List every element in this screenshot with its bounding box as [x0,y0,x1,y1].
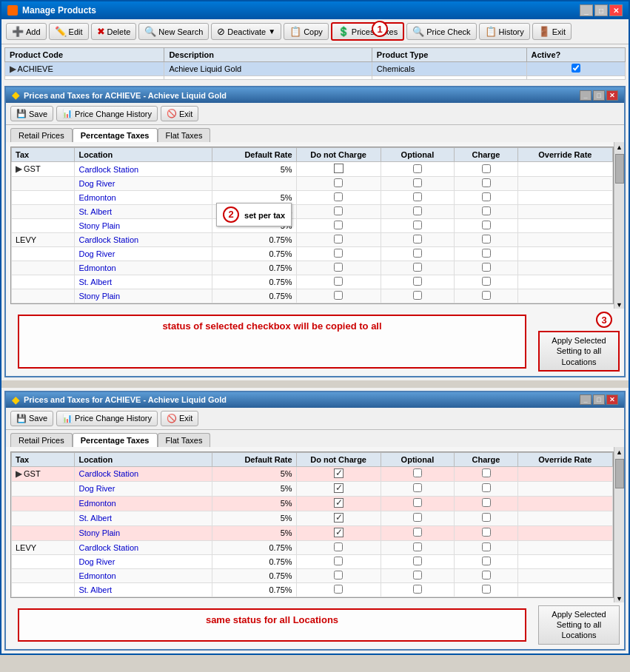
scroll-down-arrow-2[interactable]: ▼ [616,595,623,602]
optional-checkbox-2[interactable] [413,542,422,551]
table-row[interactable] [5,76,626,80]
optional-checkbox[interactable] [413,192,422,201]
optional-checkbox[interactable] [413,235,422,243]
optional-checkbox-2[interactable] [413,585,422,594]
optional-checkbox-2[interactable] [413,513,422,522]
optional-checkbox[interactable] [413,249,422,258]
charge-checkbox[interactable] [482,192,491,201]
scrollbar-track-2[interactable]: ▲ ▼ [614,447,624,602]
do-not-charge-checkbox-2[interactable] [334,585,343,594]
do-not-charge-checkbox[interactable] [334,206,343,215]
scroll-down-arrow[interactable]: ▼ [616,301,623,309]
tab-percentage-taxes-1[interactable]: Percentage Taxes [73,128,158,142]
charge-checkbox-2[interactable] [482,571,491,579]
tab-retail-prices-1[interactable]: Retail Prices [10,128,73,142]
delete-button[interactable]: ✖ Delete [91,23,137,40]
charge-checkbox-2[interactable] [482,468,491,477]
scrollbar-track-1[interactable]: ▲ ▼ [614,142,624,309]
do-not-charge-checked-2[interactable] [334,468,344,478]
exit-sub-button-1[interactable]: 🚫 Exit [161,106,198,121]
sub-close-button[interactable]: ✕ [606,90,618,101]
price-change-history-button-1[interactable]: 📊 Price Change History [56,106,158,121]
charge-checkbox[interactable] [482,221,491,229]
optional-checkbox[interactable] [413,206,422,215]
charge-checkbox-2[interactable] [482,483,491,492]
optional-checkbox[interactable] [413,221,422,229]
exit-button[interactable]: 🚪 Exit [532,23,572,40]
do-not-charge-checkbox-2[interactable] [334,571,343,579]
price-check-button[interactable]: 🔍 Price Check [406,23,476,40]
do-not-charge-checked-2[interactable] [334,513,344,523]
do-not-charge-checkbox[interactable] [334,178,343,187]
do-not-charge-checkbox[interactable] [334,192,343,201]
optional-checkbox[interactable] [413,277,422,286]
optional-checkbox-2[interactable] [413,557,422,565]
charge-checkbox-2[interactable] [482,542,491,551]
maximize-button[interactable]: □ [594,4,608,16]
optional-checkbox-2[interactable] [413,468,422,477]
do-not-charge-checkbox[interactable] [334,235,343,243]
optional-checkbox-2[interactable] [413,498,422,507]
do-not-charge-checkbox-2[interactable] [334,542,343,551]
optional-checkbox[interactable] [413,291,422,300]
optional-checkbox-2[interactable] [413,571,422,579]
charge-checkbox-2[interactable] [482,557,491,565]
deactivate-button[interactable]: ⊘ Deactivate ▼ [211,23,281,40]
scroll-thumb[interactable] [615,154,624,184]
charge-checkbox[interactable] [482,206,491,215]
copy-button[interactable]: 📋 Copy [284,23,329,40]
optional-checkbox[interactable] [413,164,422,173]
apply-button-1[interactable]: Apply Selected Setting to all Locations [538,331,620,372]
table-row[interactable]: ▶ ACHIEVE Achieve Liquid Gold Chemicals [5,62,626,76]
tab-percentage-taxes-2[interactable]: Percentage Taxes [73,433,158,447]
charge-checkbox[interactable] [482,291,491,300]
exit-sub-button-2[interactable]: 🚫 Exit [161,411,198,426]
charge-checkbox[interactable] [482,249,491,258]
sub-minimize-button[interactable]: _ [580,90,592,101]
charge-checkbox-2[interactable] [482,585,491,594]
new-search-button[interactable]: 🔍 New Search [138,23,209,40]
scroll-up-arrow-2[interactable]: ▲ [616,448,623,456]
add-button[interactable]: ➕ Add [6,23,47,40]
do-not-charge-checkbox[interactable] [334,221,343,229]
sub2-maximize-button[interactable]: □ [593,394,605,405]
charge-checkbox-2[interactable] [482,528,491,537]
tab-flat-taxes-1[interactable]: Flat Taxes [158,128,211,142]
do-not-charge-checked-2[interactable] [334,498,344,508]
do-not-charge-checkbox[interactable] [334,164,344,173]
close-button[interactable]: ✕ [609,4,623,16]
sub2-minimize-button[interactable]: _ [580,394,592,405]
charge-checkbox[interactable] [482,235,491,243]
save-button-1[interactable]: 💾 Save [10,106,53,121]
optional-checkbox[interactable] [413,263,422,272]
do-not-charge-checked-2[interactable] [334,528,344,537]
history-button[interactable]: 📋 History [479,23,530,40]
optional-checkbox-2[interactable] [413,483,422,492]
do-not-charge-checkbox[interactable] [334,277,343,286]
scroll-up-arrow[interactable]: ▲ [616,144,623,151]
optional-checkbox-2[interactable] [413,528,422,537]
sub2-close-button[interactable]: ✕ [606,394,618,405]
charge-checkbox[interactable] [482,178,491,187]
do-not-charge-checkbox-2[interactable] [334,557,343,565]
charge-checkbox[interactable] [482,164,491,173]
price-change-history-button-2[interactable]: 📊 Price Change History [56,411,158,426]
tab-retail-prices-2[interactable]: Retail Prices [10,433,73,447]
prices-taxes-button[interactable]: 💲 Prices/Taxes [331,22,404,41]
sub-maximize-button[interactable]: □ [593,90,605,101]
optional-checkbox[interactable] [413,178,422,187]
edit-button[interactable]: ✏️ Edit [49,23,89,40]
apply-button-2[interactable]: Apply Selected Setting to all Locations [538,605,620,645]
minimize-button[interactable]: _ [580,4,593,16]
save-button-2[interactable]: 💾 Save [10,411,53,426]
do-not-charge-checkbox[interactable] [334,249,343,258]
charge-checkbox-2[interactable] [482,498,491,507]
scroll-thumb-2[interactable] [615,459,624,488]
charge-checkbox[interactable] [482,263,491,272]
do-not-charge-checked-2[interactable] [334,483,344,493]
charge-checkbox-2[interactable] [482,513,491,522]
tab-flat-taxes-2[interactable]: Flat Taxes [158,433,211,447]
active-checkbox[interactable] [572,64,580,73]
charge-checkbox[interactable] [482,277,491,286]
do-not-charge-checkbox[interactable] [334,263,343,272]
